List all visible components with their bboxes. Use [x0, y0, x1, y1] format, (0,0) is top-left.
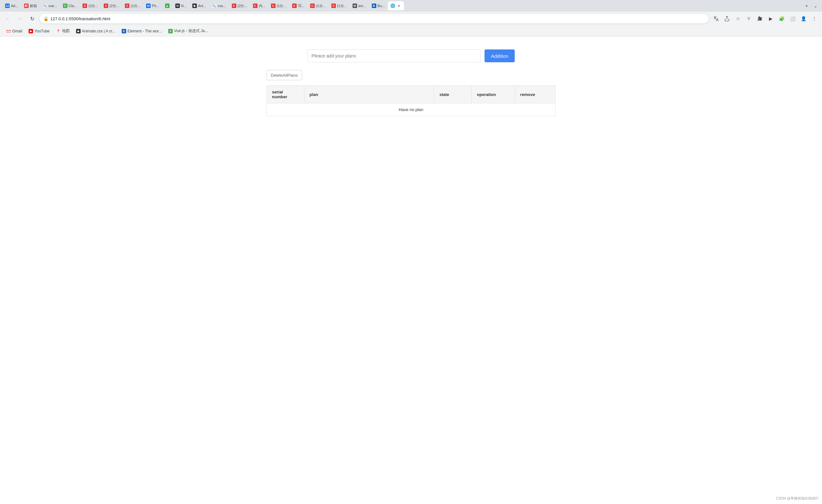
tab-17-label: (1分...: [316, 4, 326, 8]
tab-14[interactable]: C 内...: [251, 1, 268, 10]
tab-8[interactable]: M Ph...: [143, 1, 162, 10]
extensions-button[interactable]: 🧩: [776, 13, 787, 24]
tab-19[interactable]: M ani...: [350, 1, 369, 10]
tab-15-favicon: C: [271, 4, 276, 8]
main-container: Addition DeleteAllPlans serial number pl…: [267, 49, 555, 116]
sidebar-button[interactable]: ⬜: [787, 13, 798, 24]
tab-18-label: (1分...: [337, 4, 347, 8]
element-label: Element - The wor...: [127, 29, 162, 33]
bookmark-youtube[interactable]: ▶ YouTube: [26, 27, 52, 35]
tab-11[interactable]: ◆ Ani...: [190, 1, 209, 10]
tab-6[interactable]: C (2分...: [101, 1, 122, 10]
browser-chrome: 12 Ad... 邮 邮箱 🔍 vue... C Cla... C (2分...…: [0, 0, 822, 37]
nav-actions: ☆ V 🎥 ▶ 🧩 ⬜ 👤 ⋮: [711, 13, 819, 24]
bookmarks-bar: Gmail ▶ YouTube 📍 地図 ◆ Animate.css | A c…: [0, 26, 822, 37]
tab-12[interactable]: 🔍 css...: [210, 1, 229, 10]
tab-19-favicon: M: [353, 4, 357, 8]
tab-8-favicon: M: [146, 4, 150, 8]
watermark: CSDN @卑微前端在线挨打: [776, 496, 819, 501]
tab-3[interactable]: 🔍 vue...: [40, 1, 60, 10]
table-header-row: serial number plan state operation remov…: [267, 86, 555, 103]
header-remove: remove: [515, 86, 555, 103]
youtube-favicon: ▶: [29, 29, 33, 33]
tab-17-favicon: C: [310, 4, 315, 8]
tab-3-label: vue...: [48, 4, 57, 8]
tab-17[interactable]: C (1分...: [308, 1, 328, 10]
tab-4-label: Cla...: [69, 4, 77, 8]
menu-button[interactable]: ⋮: [809, 13, 819, 24]
tab-18-favicon: C: [331, 4, 336, 8]
tab-2[interactable]: 邮 邮箱: [21, 1, 39, 10]
tab-6-label: (2分...: [109, 4, 119, 8]
tab-list-button[interactable]: ⌄: [812, 2, 819, 10]
element-favicon: E: [122, 29, 126, 33]
bookmark-element[interactable]: E Element - The wor...: [119, 27, 164, 35]
share-button[interactable]: [722, 13, 732, 24]
bookmark-animate[interactable]: ◆ Animate.css | A cr...: [73, 27, 118, 35]
vuejs-favicon: V: [168, 29, 173, 33]
tab-18[interactable]: C (1分...: [329, 1, 349, 10]
header-plan: plan: [304, 86, 434, 103]
tab-2-favicon: 邮: [24, 4, 29, 8]
gmail-favicon: [6, 29, 11, 33]
tab-20-label: Bu...: [378, 4, 385, 8]
youtube-label: YouTube: [34, 29, 49, 33]
maps-label: 地図: [62, 28, 70, 34]
gmail-label: Gmail: [12, 29, 22, 33]
tab-12-label: css...: [218, 4, 226, 8]
tab-10[interactable]: N N...: [173, 1, 189, 10]
bookmark-gmail[interactable]: Gmail: [4, 27, 25, 35]
forward-button[interactable]: →: [15, 13, 25, 24]
bookmark-vuejs[interactable]: V Vue.js - 渐进式 Ja...: [166, 27, 211, 35]
address-lock-icon: 🔒: [43, 16, 48, 21]
tab-16[interactable]: C 写...: [290, 1, 307, 10]
tab-20-favicon: B: [372, 4, 376, 8]
tab-6-favicon: C: [104, 4, 108, 8]
screencast-button[interactable]: 🎥: [755, 13, 765, 24]
profile-button[interactable]: 👤: [798, 13, 809, 24]
addition-button[interactable]: Addition: [484, 49, 515, 62]
empty-message: Have no plan: [267, 103, 555, 116]
tab-21-active[interactable]: 🌐 ✕: [388, 1, 404, 10]
table-header: serial number plan state operation remov…: [267, 86, 555, 103]
maps-favicon: 📍: [56, 29, 61, 33]
tab-bar-actions: + ⌄: [803, 2, 819, 10]
animate-label: Animate.css | A cr...: [82, 29, 115, 33]
tab-12-favicon: 🔍: [212, 4, 217, 8]
tab-9-favicon: ●: [165, 4, 169, 8]
tab-7[interactable]: C (1分...: [122, 1, 143, 10]
tab-4[interactable]: C Cla...: [60, 1, 80, 10]
tab-1-label: Ad...: [11, 4, 18, 8]
play-button[interactable]: ▶: [766, 13, 776, 24]
tab-13[interactable]: C (2分...: [229, 1, 250, 10]
vuejs-label: Vue.js - 渐进式 Ja...: [174, 28, 208, 34]
tab-7-label: (1分...: [131, 4, 140, 8]
tab-21-favicon: 🌐: [390, 4, 395, 8]
back-button[interactable]: ←: [3, 13, 13, 24]
tab-9[interactable]: ●: [162, 1, 172, 10]
tab-14-favicon: C: [253, 4, 258, 8]
tab-7-favicon: C: [125, 4, 129, 8]
vuejs-devtools-button[interactable]: V: [744, 13, 754, 24]
tab-5[interactable]: C (2分...: [80, 1, 100, 10]
tab-20[interactable]: B Bu...: [369, 1, 388, 10]
header-serial-number: serial number: [267, 86, 304, 103]
tab-3-favicon: 🔍: [43, 4, 47, 8]
reload-button[interactable]: ↻: [27, 13, 37, 24]
translate-button[interactable]: [711, 13, 721, 24]
tab-4-favicon: C: [63, 4, 67, 8]
address-bar[interactable]: 🔒 127.0.0.1:5500/transation/6.html: [39, 13, 709, 24]
tab-bar: 12 Ad... 邮 邮箱 🔍 vue... C Cla... C (2分...…: [0, 0, 822, 12]
bookmark-button[interactable]: ☆: [733, 13, 743, 24]
delete-all-button[interactable]: DeleteAllPlans: [267, 70, 302, 80]
bookmark-maps[interactable]: 📍 地図: [54, 27, 72, 35]
tab-1[interactable]: 12 Ad...: [3, 1, 21, 10]
tab-21-close-icon[interactable]: ✕: [396, 3, 401, 8]
tab-15[interactable]: C (1分...: [269, 1, 289, 10]
tab-1-favicon: 12: [5, 4, 10, 8]
tab-5-label: (2分...: [88, 4, 98, 8]
animate-favicon: ◆: [76, 29, 81, 33]
tab-16-favicon: C: [292, 4, 297, 8]
plan-input[interactable]: [307, 49, 481, 62]
new-tab-button[interactable]: +: [803, 2, 810, 10]
